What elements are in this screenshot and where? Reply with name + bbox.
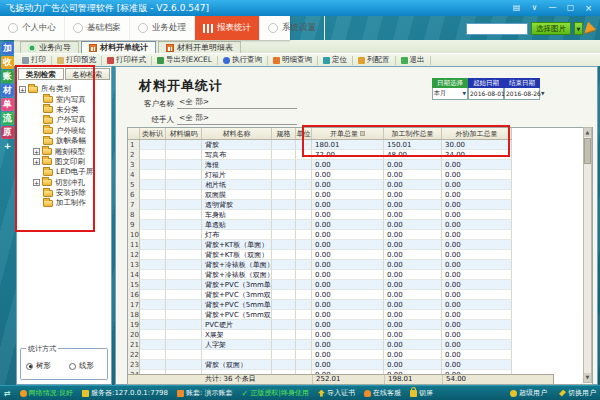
nav-item-1[interactable]: 基础档案 (65, 16, 130, 40)
toolbar-button-6[interactable]: 定位 (319, 55, 351, 65)
table-row[interactable]: 10灯布0.000.000.00 (128, 230, 512, 240)
stats-radio-0[interactable]: 树形 (26, 361, 51, 371)
table-row[interactable]: 5相片纸0.000.000.00 (128, 180, 512, 190)
column-header-3[interactable]: 规格 (272, 128, 296, 139)
print-preview-icon (57, 57, 64, 64)
side-tab-4[interactable]: 单 (1, 98, 14, 111)
cell-open-total: 0.00 (312, 200, 384, 210)
nav-item-2[interactable]: 业务处理 (130, 16, 195, 40)
table-row[interactable]: 16背胶+PVC（3mm双0.000.000.00 (128, 290, 512, 300)
table-row[interactable]: 20X展架0.000.000.00 (128, 330, 512, 340)
side-tab-7[interactable]: + (1, 140, 14, 153)
nav-item-3[interactable]: 报表统计 (195, 16, 260, 40)
cell-outsource-total: 0.00 (442, 230, 512, 240)
date-col-value[interactable]: 2016-08-26▼ (504, 88, 540, 100)
column-header-1[interactable]: 材料编码 (166, 128, 202, 139)
cell-spec (272, 210, 296, 220)
toolbar-button-7[interactable]: 列配置 (354, 55, 394, 65)
report-title: 材料开单统计 (139, 77, 223, 95)
side-tab-6[interactable]: 原 (1, 126, 14, 139)
table-row[interactable]: 18背胶+PVC（5mm双0.000.000.00 (128, 310, 512, 320)
nav-item-0[interactable]: 个人中心 (0, 16, 65, 40)
dropdown-arrow-icon[interactable]: ▼ (463, 91, 466, 96)
toolbar-button-0[interactable]: 打印 (18, 55, 50, 65)
toolbar-button-1[interactable]: 打印预览 (53, 55, 100, 65)
minimize-button[interactable] (547, 3, 558, 13)
toolbar-button-5[interactable]: 明细查询 (269, 55, 316, 65)
table-row[interactable]: 8车身贴0.000.000.00 (128, 210, 512, 220)
maximize-button[interactable] (565, 3, 576, 13)
tab-0[interactable]: 业务向导 (20, 41, 79, 53)
cell-material-name: 背胶 (202, 140, 272, 150)
tab-1[interactable]: 材料开单统计 (81, 41, 156, 53)
cell-open-total: 0.00 (312, 160, 384, 170)
cell-spec (272, 340, 296, 350)
nav-item-4[interactable]: 系统设置 (260, 16, 325, 40)
scroll-thumb[interactable] (584, 138, 591, 164)
side-tab-3[interactable]: 材 (1, 84, 14, 97)
table-row[interactable]: 9单透贴0.000.000.00 (128, 220, 512, 230)
filter-value-field[interactable]: <全 部> (177, 97, 297, 109)
table-row[interactable]: 11背胶+KT板（单面）0.000.000.00 (128, 240, 512, 250)
status-right-item-0[interactable]: 超级用户 (510, 388, 547, 398)
cell-material-name: 背胶+冷裱板（双面） (202, 270, 272, 280)
radio-label: 树形 (36, 361, 51, 371)
tab-2[interactable]: 材料开单明细表 (158, 41, 241, 53)
table-row[interactable]: 19PVC硬片0.000.000.00 (128, 320, 512, 330)
toolbar-button-3[interactable]: 导出到EXCEL (153, 55, 216, 65)
column-header-0[interactable]: 类标识 (140, 128, 166, 139)
status-item-5[interactable]: 在线客服 (364, 388, 401, 398)
cell-rownum: 9 (128, 220, 140, 230)
close-button[interactable] (583, 3, 594, 13)
status-item-4[interactable]: 导入证书 (318, 388, 355, 398)
status-item-label: 切换用户 (568, 388, 596, 398)
document-icon[interactable] (511, 3, 522, 13)
toolbar-button-8[interactable]: 退出 (397, 55, 429, 65)
toolbar-button-4[interactable]: 执行查询 (219, 55, 266, 65)
scroll-down-icon[interactable]: ▼ (584, 373, 591, 382)
side-tab-5[interactable]: 流 (1, 112, 14, 125)
side-tab-0[interactable]: 加 (1, 42, 14, 55)
main-nav: 个人中心基础档案业务处理报表统计系统设置 (0, 16, 290, 40)
table-row[interactable]: 21人字架0.000.000.00 (128, 340, 512, 350)
cell-rownum: 10 (128, 230, 140, 240)
stats-radio-1[interactable]: 线形 (69, 361, 94, 371)
cell-spec (272, 240, 296, 250)
cell-material-code (166, 220, 202, 230)
status-item-3: 正版授权|终身使用 (242, 388, 309, 398)
cell-process-total: 0.00 (384, 260, 442, 270)
grid-vertical-scrollbar[interactable]: ▲ ▼ (583, 127, 592, 383)
table-row[interactable]: 4灯箱片0.000.000.00 (128, 170, 512, 180)
cell-unit (296, 210, 312, 220)
date-col-value[interactable]: 本月▼ (432, 88, 468, 100)
date-col-value[interactable]: 2016-08-01▼ (468, 88, 504, 100)
side-tab-1[interactable]: 收 (1, 56, 14, 69)
toolbar-button-2[interactable]: 打印样式 (103, 55, 150, 65)
table-row[interactable]: 15背胶+PVC（3mm单0.000.000.00 (128, 280, 512, 290)
table-row[interactable]: 14背胶+冷裱板（双面）0.000.000.00 (128, 270, 512, 280)
table-row[interactable]: 17背胶+PVC（5mm单0.000.000.00 (128, 300, 512, 310)
table-row[interactable]: 220.000.000.00 (128, 350, 512, 360)
status-right-item-1[interactable]: 切换用户 (559, 388, 596, 398)
cell-process-total: 0.00 (384, 360, 442, 370)
column-header-2[interactable]: 材料名称 (202, 128, 272, 139)
cell-class-flag (140, 210, 166, 220)
table-row[interactable]: 6双面膜0.000.000.00 (128, 190, 512, 200)
cell-spec (272, 140, 296, 150)
cell-outsource-total: 0.00 (442, 260, 512, 270)
table-row[interactable]: 13背胶+冷裱板（单面）0.000.000.00 (128, 260, 512, 270)
skin-icon[interactable] (529, 3, 540, 13)
scroll-up-icon[interactable]: ▲ (584, 128, 591, 137)
cell-process-total: 0.00 (384, 160, 442, 170)
table-row[interactable]: 7透明背胶0.000.000.00 (128, 200, 512, 210)
filter-value-field[interactable]: <全 部> (177, 113, 297, 125)
image-search-input[interactable] (466, 23, 528, 35)
pick-image-button[interactable]: 选择图片 (531, 22, 571, 35)
status-item-6[interactable]: 锁屏 (410, 388, 433, 398)
table-row[interactable]: 12背胶+KT板（双面）0.000.000.00 (128, 250, 512, 260)
table-row[interactable]: 3海报0.000.000.00 (128, 160, 512, 170)
table-row[interactable]: 23背胶（双面）0.000.000.00 (128, 360, 512, 370)
side-tab-2[interactable]: 账 (1, 70, 14, 83)
dropdown-arrow-icon[interactable]: ▼ (541, 91, 544, 96)
pick-image-dropdown-arrow-icon[interactable]: ▼ (574, 22, 583, 35)
